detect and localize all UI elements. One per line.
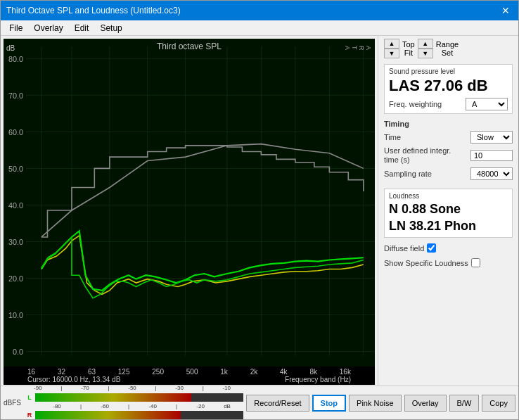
main-window: Third Octave SPL and Loudness (Untitled.… <box>0 0 519 420</box>
arta-label: ARTA <box>344 46 372 51</box>
loudness-section: Loudness N 0.88 Sone LN 38.21 Phon <box>384 189 513 238</box>
scale-minus90: -90 <box>34 385 42 391</box>
show-specific-row: Show Specific Loudness <box>384 258 513 267</box>
menu-edit[interactable]: Edit <box>69 22 95 34</box>
svg-text:30.0: 30.0 <box>8 238 23 246</box>
user-integr-input[interactable] <box>470 150 513 161</box>
svg-text:0.0: 0.0 <box>13 348 23 356</box>
freq-axis-label: Frequency band (Hz) <box>285 376 351 383</box>
scale-r-pipe4: | <box>176 403 177 409</box>
menu-bar: File Overlay Edit Setup <box>1 20 518 36</box>
diffuse-field-checkbox[interactable] <box>427 243 436 253</box>
spl-section: Sound pressure level LAS 27.06 dB Freq. … <box>384 64 513 114</box>
svg-text:10.0: 10.0 <box>8 311 23 319</box>
pink-noise-button[interactable]: Pink Noise <box>349 395 402 412</box>
window-title: Third Octave SPL and Loudness (Untitled.… <box>6 6 499 15</box>
svg-text:60.0: 60.0 <box>8 128 23 136</box>
time-label: Time <box>384 133 401 141</box>
freq-63: 63 <box>88 368 96 376</box>
top-label: Top <box>402 40 415 49</box>
copy-button[interactable]: Copy <box>482 395 515 412</box>
show-specific-checkbox[interactable] <box>471 258 480 267</box>
dbfs-label: dBFS <box>4 399 21 407</box>
freq-500: 500 <box>186 368 198 376</box>
overlay-button[interactable]: Overlay <box>404 395 447 412</box>
l-meter-fill <box>35 393 191 402</box>
l-meter-row: L <box>25 392 243 403</box>
loudness-ln-value: LN 38.21 Phon <box>389 218 508 234</box>
chart-area: Third octave SPL dB ARTA <box>4 39 375 383</box>
time-select[interactable]: Slow Fast <box>470 131 513 144</box>
menu-setup[interactable]: Setup <box>94 22 127 34</box>
scale-r-pipe3: | <box>128 403 129 409</box>
sampling-select[interactable]: 48000 44100 <box>470 167 513 180</box>
freq-axis: 16 32 63 125 250 500 1k 2k 4k 8k 16k <box>6 368 372 376</box>
range-up-button[interactable]: ▲ <box>418 39 433 49</box>
top-label-group: Top Fit <box>402 40 415 57</box>
r-meter-row: R <box>25 409 243 420</box>
diffuse-field-row: Diffuse field <box>384 243 513 253</box>
range-down-button[interactable]: ▼ <box>418 49 433 58</box>
main-area: Third octave SPL dB ARTA <box>1 36 518 386</box>
meter-wrapper: -90 | -70 | -50 | -30 | -10 L -80 <box>25 385 243 420</box>
menu-overlay[interactable]: Overlay <box>28 22 68 34</box>
r-channel-label: R <box>25 410 34 420</box>
scale-minus10: -10 <box>222 385 231 391</box>
record-reset-button[interactable]: Record/Reset <box>246 395 309 412</box>
loudness-label: Loudness <box>389 192 508 200</box>
r-meter-fill <box>35 411 181 419</box>
svg-text:40.0: 40.0 <box>8 201 23 210</box>
top-down-button[interactable]: ▼ <box>384 49 399 58</box>
spl-value: LAS 27.06 dB <box>389 77 508 95</box>
scale-minus50-pipe: | <box>108 385 109 391</box>
close-button[interactable]: ✕ <box>499 4 513 18</box>
cursor-info: Cursor: 16000.0 Hz, 13.34 dB <box>27 376 120 383</box>
freq-250: 250 <box>152 368 164 376</box>
scale-db-right: dB <box>224 403 231 409</box>
freq-32: 32 <box>58 368 65 376</box>
fit-label: Fit <box>404 49 413 57</box>
top-ctrl-group: ▲ ▼ <box>384 39 399 58</box>
freq-1k: 1k <box>220 368 228 376</box>
svg-text:20.0: 20.0 <box>8 274 23 283</box>
title-bar: Third Octave SPL and Loudness (Untitled.… <box>1 1 518 20</box>
freq-weight-row: Freq. weighting A C Z <box>389 98 508 110</box>
chart-svg: 80.0 70.0 60.0 50.0 40.0 30.0 20.0 10.0 … <box>4 39 375 367</box>
menu-file[interactable]: File <box>4 22 28 34</box>
top-up-button[interactable]: ▲ <box>384 39 399 49</box>
bottom-bar: dBFS -90 | -70 | -50 | -30 | -10 L <box>1 386 518 419</box>
freq-16k: 16k <box>340 368 351 376</box>
freq-weighting-label: Freq. weighting <box>389 100 442 108</box>
scale-minus60: -60 <box>101 403 109 409</box>
set-label: Set <box>442 49 454 57</box>
l-channel-label: L <box>25 393 34 402</box>
chart-bottom-labels: 16 32 63 125 250 500 1k 2k 4k 8k 16k Cur… <box>4 367 375 385</box>
chart-container: Third octave SPL dB ARTA <box>4 39 375 367</box>
bottom-buttons: Record/Reset Stop Pink Noise Overlay B/W… <box>246 395 515 412</box>
sampling-label: Sampling rate <box>384 170 432 178</box>
freq-125: 125 <box>118 368 130 376</box>
diffuse-field-label: Diffuse field <box>384 244 424 253</box>
freq-weighting-select[interactable]: A C Z <box>466 98 508 110</box>
scale-labels-top: -90 | -70 | -50 | -30 | -10 <box>34 385 231 391</box>
bw-button[interactable]: B/W <box>449 395 480 412</box>
scale-minus70: | <box>60 385 62 391</box>
scale-minus70-val: -70 <box>81 385 89 391</box>
freq-4k: 4k <box>280 368 288 376</box>
stop-button[interactable]: Stop <box>312 395 346 412</box>
freq-16: 16 <box>27 368 35 376</box>
timing-section: Timing Time Slow Fast User defined integ… <box>384 120 513 183</box>
scale-labels-bottom: -80 | -60 | -40 | -20 dB <box>34 403 231 409</box>
range-ctrl-group: ▲ ▼ <box>418 39 433 58</box>
range-label: Range <box>436 40 459 49</box>
svg-rect-0 <box>4 39 375 367</box>
show-specific-label: Show Specific Loudness <box>384 259 468 267</box>
scale-minus40: -40 <box>148 403 157 409</box>
user-integr-row: User defined integr. time (s) <box>384 146 513 165</box>
r-meter-track <box>35 411 243 419</box>
svg-text:70.0: 70.0 <box>8 91 23 100</box>
svg-text:80.0: 80.0 <box>8 55 23 63</box>
scale-minus10-pipe: | <box>203 385 204 391</box>
user-integr-label: User defined integr. time (s) <box>384 146 461 165</box>
range-btn-pair: ▲ ▼ <box>418 39 433 58</box>
